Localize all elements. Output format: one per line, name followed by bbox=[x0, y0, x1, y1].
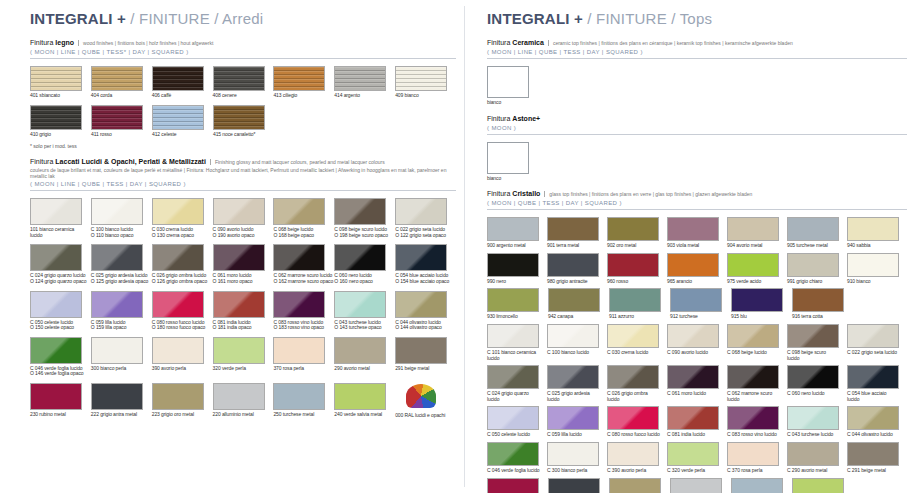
swatch-label-line: 291 beige metal bbox=[395, 366, 455, 372]
swatch-label: 222 grigio antra metal bbox=[91, 412, 151, 418]
swatch-cell: C 250 turchese metal bbox=[731, 478, 791, 493]
color-swatch bbox=[607, 406, 659, 430]
swatch-label-line: lucido bbox=[30, 233, 90, 239]
swatch-label-line: 404 corda bbox=[91, 93, 151, 99]
section-title: legno bbox=[55, 39, 74, 46]
swatch-cell: C 290 avorio metal bbox=[787, 442, 846, 474]
color-swatch bbox=[787, 442, 839, 466]
section-divider-rule bbox=[30, 58, 456, 59]
color-swatch bbox=[273, 244, 325, 271]
swatch-label-line: 415 noce canaletto* bbox=[213, 132, 273, 138]
color-swatch bbox=[727, 253, 779, 277]
swatch-label-line: C 300 bianco perla bbox=[547, 468, 606, 474]
swatch-cell: C 043 turchese lucido bbox=[787, 406, 846, 438]
color-swatch bbox=[91, 198, 143, 225]
swatch-label-line: 250 turchese metal bbox=[273, 412, 333, 418]
swatch-label-line: 411 rosso bbox=[91, 132, 151, 138]
swatch-label: C 090 avorio lucidoO 190 avorio opaco bbox=[213, 227, 273, 238]
swatch-cell: C 025 grigio ardesia lucidoO 125 grigio … bbox=[91, 244, 151, 284]
sections: FinituraCeramicaceramic top finishes | f… bbox=[487, 39, 907, 493]
color-swatch bbox=[547, 253, 599, 277]
color-swatch bbox=[727, 217, 779, 241]
page-title-path: / FINITURE / Arredi bbox=[130, 10, 263, 27]
swatch-label-line: C 291 beige metal bbox=[847, 468, 906, 474]
swatch-cell: 900 argento metal bbox=[487, 217, 546, 249]
swatch-label-line: 401 sbiancato bbox=[30, 93, 90, 99]
swatch-label-line: 409 bianco bbox=[395, 93, 455, 99]
color-swatch bbox=[30, 244, 82, 271]
swatch-label: C 370 rosa perla bbox=[727, 468, 786, 474]
section-title-prefix: Finitura bbox=[487, 39, 510, 46]
page-title-brand: INTEGRALI + bbox=[30, 10, 126, 27]
color-swatch bbox=[91, 244, 143, 271]
swatch-label: 960 rosso bbox=[607, 279, 666, 285]
swatch-label-line: 965 arancio bbox=[667, 279, 726, 285]
swatch-cell: 300 bianco perla bbox=[91, 337, 151, 377]
swatch-label: C 044 olivastro lucido bbox=[847, 432, 906, 438]
color-swatch bbox=[273, 198, 325, 225]
swatch-label-line: 904 avorio metal bbox=[727, 243, 786, 249]
swatch-label-line: 902 oro metal bbox=[607, 243, 666, 249]
color-swatch bbox=[30, 66, 82, 91]
color-swatch bbox=[213, 337, 265, 364]
swatch-row: C 230 rubino metalC 222 grigio antra met… bbox=[487, 478, 907, 493]
color-swatch bbox=[847, 442, 899, 466]
color-swatch bbox=[487, 253, 539, 277]
swatch-label: C 043 turchese lucidoO 143 turchese opac… bbox=[334, 320, 394, 331]
swatch-cell: C 022 grigio seta lucidoO 122 grigio set… bbox=[395, 198, 455, 238]
swatch-label-line: 975 verde acido bbox=[727, 279, 786, 285]
color-swatch bbox=[607, 217, 659, 241]
swatch-label-line: C 030 crema lucido bbox=[607, 350, 666, 356]
swatch-label: 223 grigio oro metal bbox=[152, 412, 212, 418]
swatch-label: C 083 rosso vino lucidoO 183 rosso vino … bbox=[273, 320, 333, 331]
swatch-label: 902 oro metal bbox=[607, 243, 666, 249]
color-swatch bbox=[607, 442, 659, 466]
color-swatch bbox=[152, 291, 204, 318]
color-swatch bbox=[395, 244, 447, 271]
color-swatch bbox=[667, 442, 719, 466]
swatch-label-line: O 162 marrone scuro opaco bbox=[273, 279, 333, 285]
swatch-label: C 030 crema lucidoO 130 crema opaco bbox=[152, 227, 212, 238]
section-title: Ceramica bbox=[512, 39, 544, 46]
swatch-label-line: C 290 avorio metal bbox=[787, 468, 846, 474]
swatch-cell: 370 rosa perla bbox=[273, 337, 333, 377]
swatch-label-line: 910 bianco bbox=[847, 279, 906, 285]
color-swatch bbox=[792, 478, 844, 493]
swatch-label: C 024 grigio quarzo lucidoO 124 grigio q… bbox=[30, 273, 90, 284]
swatch-label: C 026 grigio ombra lucidoO 126 grigio om… bbox=[152, 273, 212, 284]
swatch-cell: 412 celeste bbox=[152, 105, 212, 138]
swatch-row: C 101 bianco ceramicalucidoC 100 bianco … bbox=[487, 324, 907, 361]
swatch-cell: C 320 verde perla bbox=[667, 442, 726, 474]
swatch-cell: 916 terra cotta bbox=[792, 288, 852, 320]
swatch-label-line: 412 celeste bbox=[152, 132, 212, 138]
swatch-cell: 408 cenere bbox=[213, 66, 273, 99]
color-swatch bbox=[792, 288, 844, 312]
color-swatch bbox=[395, 66, 447, 91]
swatch-label-line: C 046 verde foglia lucido bbox=[487, 468, 546, 474]
swatch-label-line: 905 turchese metal bbox=[787, 243, 846, 249]
swatch-label: C 046 verde foglia lucido bbox=[487, 468, 546, 474]
swatch-label-line: lucido bbox=[487, 397, 546, 403]
swatch-label: 291 beige metal bbox=[395, 366, 455, 372]
section-title: Laccati Lucidi & Opachi, Perlati & Metal… bbox=[55, 158, 206, 165]
swatch-row: 230 rubino metal222 grigio antra metal22… bbox=[30, 383, 456, 419]
swatch-cell: 230 rubino metal bbox=[30, 383, 90, 419]
swatch-cell: C 230 rubino metal bbox=[487, 478, 547, 493]
color-swatch bbox=[334, 66, 386, 91]
swatch-label-line: O 183 rosso vino opaco bbox=[273, 325, 333, 331]
swatch-cell: C 083 rosso vino lucido bbox=[727, 406, 786, 438]
color-swatch bbox=[334, 291, 386, 318]
color-swatch bbox=[334, 383, 386, 410]
swatch-cell: C 030 crema lucidoO 130 crema opaco bbox=[152, 198, 212, 238]
swatch-label-line: 980 grigio antracite bbox=[547, 279, 606, 285]
color-swatch bbox=[273, 383, 325, 410]
swatch-row: C 024 grigio quarzolucidoC 025 grigio ar… bbox=[487, 365, 907, 402]
color-swatch bbox=[847, 324, 899, 348]
swatch-cell: C 100 bianco lucido bbox=[547, 324, 606, 361]
swatch-cell: C 300 bianco perla bbox=[547, 442, 606, 474]
section-subtitle: glass top finishes | finitions des plans… bbox=[544, 191, 752, 197]
swatch-cell: 414 argento bbox=[334, 66, 394, 99]
color-swatch bbox=[487, 142, 529, 174]
swatch-label: C 026 grigio ombralucido bbox=[607, 391, 666, 402]
swatch-row: 900 argento metal901 terra metal902 oro … bbox=[487, 217, 907, 249]
